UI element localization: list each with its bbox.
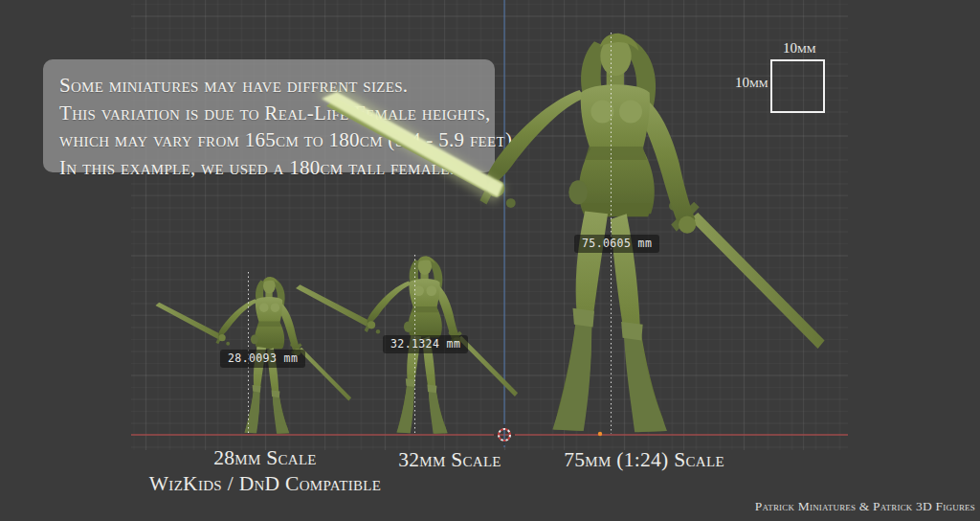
measurement-label-32mm: 32.1324 mm	[383, 335, 468, 353]
scale-caption-28mm-subtitle: WizKids / DnD Compatible	[112, 471, 418, 497]
reference-square-side-label: 10mm	[735, 75, 768, 91]
scale-caption-32mm: 32mm Scale	[354, 447, 546, 473]
reference-square-10mm	[770, 59, 825, 113]
object-origin-dot	[598, 432, 602, 436]
sword-glow	[316, 88, 507, 203]
blender-viewport[interactable]: Some miniatures may have diffrent sizes.…	[0, 0, 980, 521]
measurement-label-75mm: 75.0605 mm	[574, 235, 659, 253]
miniature-figure-75mm[interactable]	[326, 34, 825, 432]
measurement-label-28mm: 28.0093 mm	[220, 350, 305, 368]
scene-canvas	[0, 0, 980, 521]
reference-square-top-label: 10mm	[783, 40, 816, 57]
credit-text: Patrick Miniatures & Patrick 3D Figures	[755, 499, 975, 514]
scale-caption-75mm: 75mm (1:24) Scale	[539, 447, 749, 473]
